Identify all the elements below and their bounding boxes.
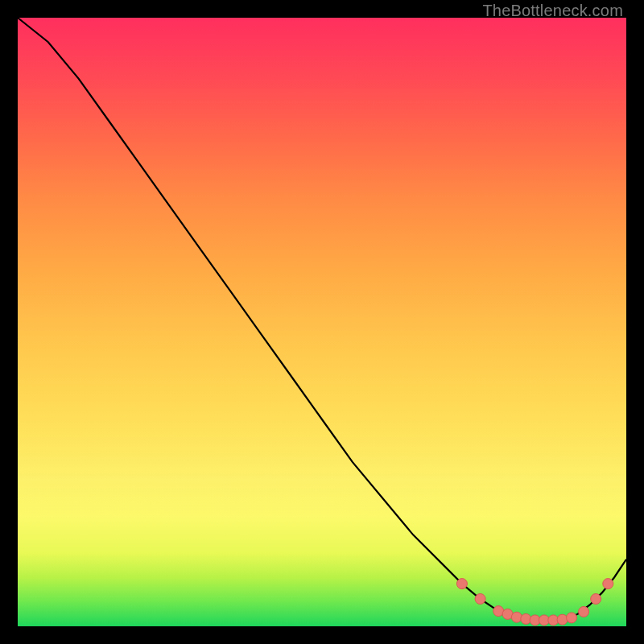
sample-point [456, 579, 467, 589]
sample-point [579, 606, 589, 617]
chart-overlay [18, 18, 626, 626]
sample-point [567, 613, 577, 623]
sample-point-markers [456, 579, 613, 625]
sample-point [557, 614, 568, 625]
chart-frame: TheBottleneck.com [0, 0, 644, 644]
sample-point [475, 594, 485, 605]
sample-point [603, 579, 613, 589]
bottleneck-curve [18, 18, 626, 620]
sample-point [511, 612, 522, 622]
sample-point [591, 594, 601, 605]
